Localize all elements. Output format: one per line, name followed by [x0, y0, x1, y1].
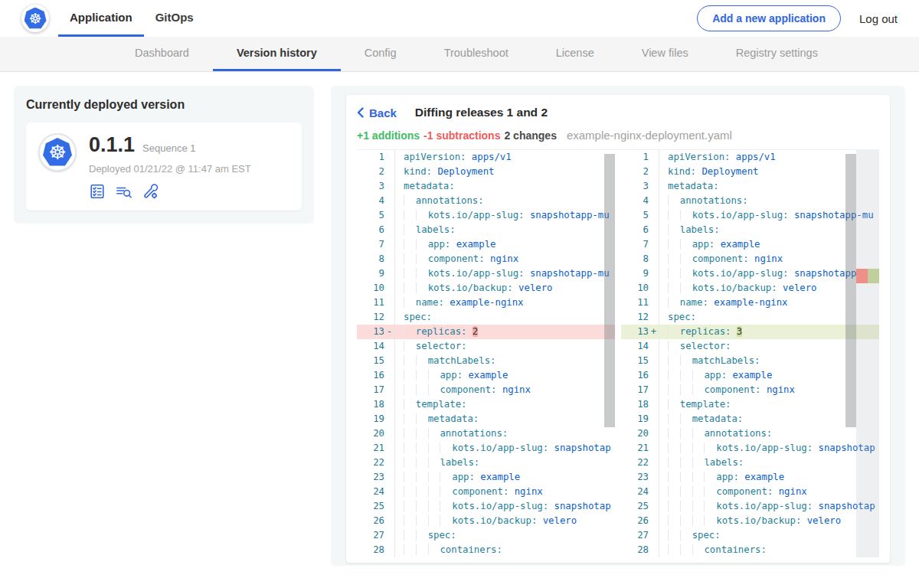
- subnav-item-view-files[interactable]: View files: [618, 37, 712, 71]
- diff-marker: [384, 150, 394, 165]
- code-text: kind: Deployment: [659, 165, 758, 179]
- edit-config-icon[interactable]: [142, 183, 159, 200]
- logout-link[interactable]: Log out: [859, 12, 898, 25]
- code-text: name: example-nginx: [659, 296, 788, 310]
- code-text: replicas: 2: [395, 325, 478, 339]
- line-gutter: 26: [357, 514, 395, 528]
- diff-marker: [649, 252, 659, 266]
- back-link[interactable]: Back: [357, 106, 397, 119]
- line-gutter: 1: [621, 150, 659, 165]
- code-text: component: nginx: [395, 485, 543, 499]
- code-line: 4 annotations:: [357, 194, 615, 208]
- line-number: 13: [621, 325, 649, 339]
- code-line: 8 component: nginx: [357, 252, 615, 266]
- code-line: 23 app: example: [357, 470, 615, 485]
- diff-marker: [649, 194, 659, 208]
- subnav-item-registry-settings[interactable]: Registry settings: [712, 37, 842, 71]
- code-line: 7 app: example: [357, 237, 615, 252]
- line-number: 18: [357, 397, 384, 412]
- code-line: 25 kots.io/app-slug: snapshotap: [357, 499, 615, 514]
- code-line: 7 app: example: [621, 237, 879, 252]
- scrollbar-thumb[interactable]: [604, 154, 615, 427]
- line-number: 12: [621, 310, 649, 325]
- code-line: 19 metadata:: [621, 412, 879, 426]
- line-number: 16: [621, 368, 649, 383]
- kubernetes-logo: ☸: [21, 5, 49, 32]
- code-line: 26 kots.io/backup: velero: [621, 514, 879, 528]
- diff-added-line: 13+ replicas: 3: [621, 325, 879, 339]
- code-line: 6 labels:: [357, 223, 615, 237]
- code-line: 5 kots.io/app-slug: snapshotapp-mu: [357, 208, 615, 223]
- code-line: 6 labels:: [621, 223, 879, 237]
- line-number: 6: [621, 223, 649, 237]
- diff-marker: [649, 499, 659, 514]
- code-line: 15 matchLabels:: [621, 354, 879, 368]
- diff-marker: [384, 397, 394, 412]
- add-application-button[interactable]: Add a new application: [697, 5, 841, 31]
- version-number: 0.1.1: [89, 133, 135, 157]
- diff-marker: [649, 281, 659, 296]
- code-line: 3metadata:: [621, 179, 879, 194]
- diff-marker: [649, 266, 659, 281]
- diff-editor-modified[interactable]: 1apiVersion: apps/v12kind: Deployment3me…: [621, 150, 879, 557]
- line-gutter: 19: [621, 412, 659, 426]
- line-number: 2: [357, 165, 384, 179]
- subnav-item-config[interactable]: Config: [341, 37, 420, 71]
- ruler-added-marker: [868, 269, 879, 283]
- subnav-item-dashboard[interactable]: Dashboard: [111, 37, 213, 71]
- code-line: 28 containers:: [357, 543, 615, 557]
- line-number: 5: [621, 208, 649, 223]
- line-number: 25: [357, 499, 384, 514]
- line-number: 11: [357, 296, 384, 310]
- diff-removed-line: 13- replicas: 2: [357, 325, 615, 339]
- diff-marker: [384, 354, 394, 368]
- line-number: 24: [621, 485, 649, 499]
- line-gutter: 16: [621, 368, 659, 383]
- line-number: 21: [621, 441, 649, 456]
- line-number: 23: [357, 470, 384, 485]
- diff-marker: [384, 208, 394, 223]
- code-text: selector:: [659, 339, 731, 354]
- diff-editor-original[interactable]: 1apiVersion: apps/v12kind: Deployment3me…: [357, 150, 615, 557]
- line-number: 16: [357, 368, 384, 383]
- code-text: app: example: [395, 237, 495, 252]
- code-text: app: example: [659, 237, 760, 252]
- code-text: labels:: [395, 456, 479, 470]
- subnav-item-troubleshoot[interactable]: Troubleshoot: [420, 37, 532, 71]
- code-line: 4 annotations:: [621, 194, 879, 208]
- top-tab-gitops[interactable]: GitOps: [144, 0, 205, 37]
- line-gutter: 18: [357, 397, 395, 412]
- diff-marker: [649, 310, 659, 325]
- line-number: 27: [621, 528, 649, 543]
- code-text: component: nginx: [395, 252, 518, 266]
- code-line: 26 kots.io/backup: velero: [357, 514, 615, 528]
- subnav-item-license[interactable]: License: [532, 37, 618, 71]
- code-line: 18 template:: [357, 397, 615, 412]
- line-gutter: 24: [621, 485, 659, 499]
- view-logs-icon[interactable]: [115, 183, 132, 200]
- line-gutter: 21: [621, 441, 659, 456]
- line-number: 7: [357, 237, 384, 252]
- line-number: 7: [621, 237, 649, 252]
- diff-marker: [649, 368, 659, 383]
- diff-marker: [649, 354, 659, 368]
- line-number: 19: [357, 412, 384, 426]
- line-gutter: 11: [621, 296, 659, 310]
- diff-marker: [384, 412, 394, 426]
- release-notes-icon[interactable]: [89, 183, 106, 200]
- top-tab-application[interactable]: Application: [58, 0, 144, 37]
- code-line: 24 component: nginx: [621, 485, 879, 499]
- diff-marker: -: [384, 325, 394, 339]
- diff-marker: [649, 383, 659, 397]
- line-gutter: 26: [621, 514, 659, 528]
- diff-marker: [384, 470, 394, 485]
- line-gutter: 8: [357, 252, 395, 266]
- line-gutter: 5: [357, 208, 395, 223]
- main-content: Currently deployed version ☸ 0.1.1 Seque…: [0, 72, 919, 580]
- code-line: 11 name: example-nginx: [621, 296, 879, 310]
- subnav-item-version-history[interactable]: Version history: [213, 37, 341, 71]
- code-line: 3metadata:: [357, 179, 615, 194]
- diff-marker: [384, 383, 394, 397]
- scrollbar-thumb[interactable]: [845, 154, 856, 427]
- line-gutter: 21: [357, 441, 395, 456]
